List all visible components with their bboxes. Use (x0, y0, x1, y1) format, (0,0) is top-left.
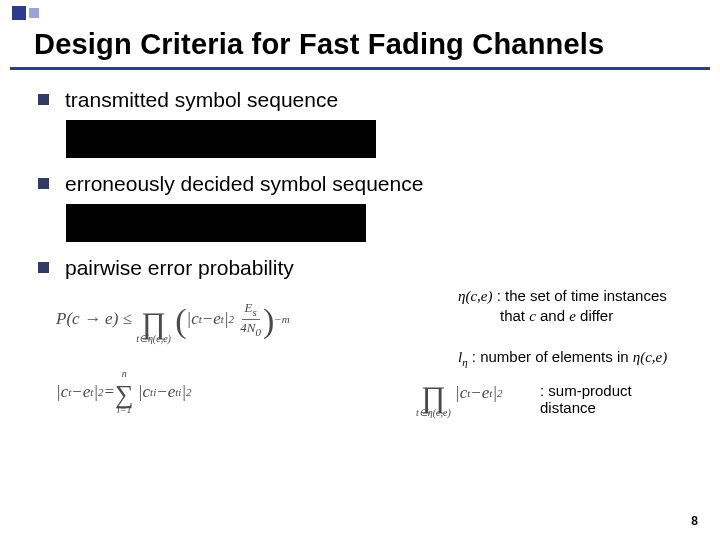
sum-product-distance: ∏ t∈η(c,e) |ct − et|2 (416, 368, 503, 418)
corner-accent (12, 6, 39, 20)
accent-square-dark (12, 6, 26, 20)
sum-operator: n ∑ i=1 (115, 369, 134, 415)
bullet-3-text: pairwise error probability (65, 256, 294, 280)
slide-title: Design Criteria for Fast Fading Channels (34, 28, 686, 61)
norm-expansion: |ct − et|2 = n ∑ i=1 |cti − eti|2 (56, 366, 192, 418)
slide-header: Design Criteria for Fast Fading Channels (10, 0, 710, 70)
bullet-marker-icon (38, 94, 49, 105)
e-t: e (213, 309, 221, 329)
c-t: c (191, 309, 199, 329)
equals: = (104, 382, 115, 402)
eta-ce: η(c,e) (458, 288, 493, 304)
bullet-1: transmitted symbol sequence (38, 88, 690, 112)
pep-inequality: P(c → e) ≤ ∏ t∈η(c,e) ( |ct − et|2 Es 4N… (56, 290, 290, 348)
page-number: 8 (691, 514, 698, 528)
bullet-marker-icon (38, 178, 49, 189)
bullet-1-text: transmitted symbol sequence (65, 88, 338, 112)
redacted-box-1 (66, 120, 376, 158)
eta-definition-note: η(c,e) : the set of time instances that … (458, 286, 667, 370)
bullet-marker-icon (38, 262, 49, 273)
bullet-2: erroneously decided symbol sequence (38, 172, 690, 196)
exp-2: 2 (229, 313, 235, 325)
product-operator: ∏ t∈η(c,e) (136, 294, 171, 344)
pep-lhs: P(c → e) ≤ (56, 309, 132, 329)
slide-body: transmitted symbol sequence erroneously … (0, 70, 720, 280)
product-operator-2: ∏ t∈η(c,e) (416, 368, 451, 418)
bullet-2-text: erroneously decided symbol sequence (65, 172, 423, 196)
redacted-box-2 (66, 204, 366, 242)
es-over-4n0: Es 4N0 (240, 301, 261, 337)
bullet-3: pairwise error probability (38, 256, 690, 280)
exp-neg-m: −m (274, 313, 289, 325)
accent-square-light (29, 8, 39, 18)
sum-product-label: : sum-product distance (540, 382, 690, 416)
